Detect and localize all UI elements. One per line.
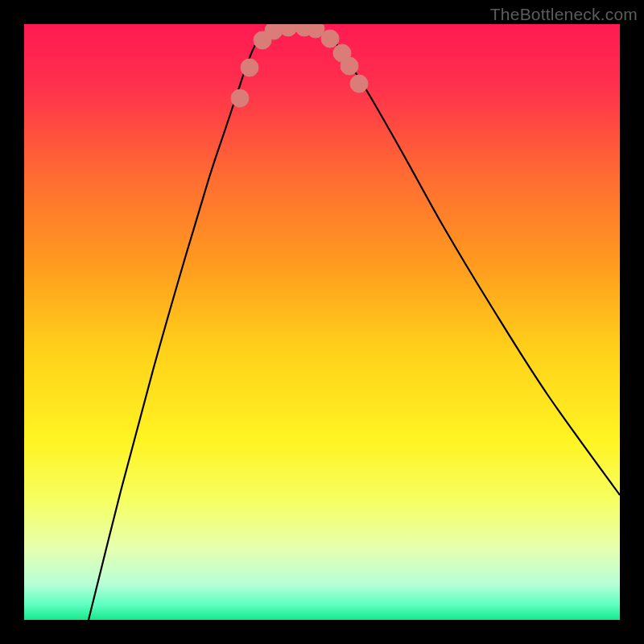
outer-frame: TheBottleneck.com [0, 0, 644, 644]
curve-marker [241, 59, 258, 76]
watermark-text: TheBottleneck.com [490, 5, 638, 24]
curve-marker [231, 89, 249, 107]
gradient-background [24, 24, 620, 620]
curve-marker [321, 30, 339, 47]
bottleneck-chart [24, 24, 620, 620]
curve-marker [341, 57, 358, 75]
curve-marker [350, 75, 368, 93]
plot-area [24, 24, 620, 620]
